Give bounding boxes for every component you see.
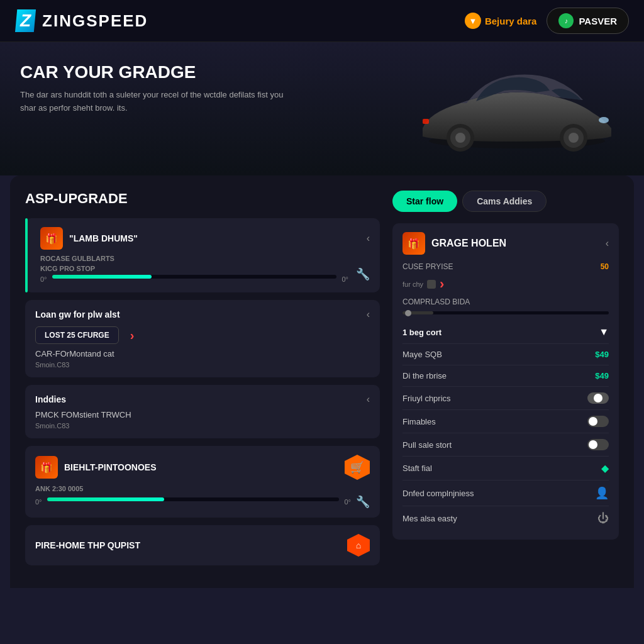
right-column: Star flow Cams Addies 🎁 GRAGE HOLEN ‹ CU…	[392, 191, 619, 573]
list-item-1-value: $49	[595, 371, 609, 380]
toggle-4[interactable]	[587, 439, 609, 450]
card3-title: Inddies	[35, 394, 66, 404]
list-item-7: Mes alsa easty ⏻	[402, 506, 609, 531]
tab-star-flow[interactable]: Star flow	[392, 191, 457, 212]
main-panel: ASP-UPGRADE 🎁 "LAMB DHUMS" ‹ ROCASE GULB…	[10, 175, 634, 588]
list-item-1-label: Di the rbrise	[402, 371, 447, 380]
card4-title-row: 🎁 BIEHLT-PINTOONOES	[35, 456, 157, 479]
card2-title: Loan gw for plw alst	[35, 309, 120, 319]
list-item-3-label: Fimables	[402, 417, 436, 426]
card5-home-icon: ⌂	[347, 534, 370, 557]
hero-text: CAR YOUR GRADGE The dar ars hunddit toth…	[20, 62, 284, 115]
list-item-7-label: Mes alsa easty	[402, 514, 457, 523]
list-item-4-label: Pull sale stort	[402, 440, 452, 450]
card2-header: Loan gw for plw alst ‹	[35, 309, 370, 320]
card1-stat1-label: ROCASE GULBLARTS	[40, 255, 370, 262]
list-item-0-value: $49	[595, 350, 609, 359]
toggle-6-container[interactable]: 👤	[595, 486, 609, 500]
card2-action-row: LOST 25 CFURGE ›	[35, 326, 370, 344]
nav-btn-pasver[interactable]: ♪ PASVER	[547, 8, 629, 34]
list-item-0: Maye SQB $49	[402, 344, 609, 365]
tab-cams-addies[interactable]: Cams Addies	[462, 191, 547, 212]
card3-sub: PMCK FOMstient TRWCH Smoin.C83	[35, 410, 370, 430]
teal-accent-bar	[25, 218, 28, 292]
card2-sub: CAR-FOrMontand cat Smoin.C83	[35, 349, 370, 369]
nav-btn-download[interactable]: ▼ Bejury dara	[465, 13, 537, 29]
card1-chevron[interactable]: ‹	[367, 233, 370, 244]
list-header-row: 1 beg cort ▼	[402, 321, 609, 344]
toggle-2[interactable]	[587, 392, 609, 404]
list-item-4: Pull sale stort	[402, 433, 609, 457]
logo-z-icon: Z	[15, 9, 36, 32]
upgrade-card-5: PIRE-HOME THP QUPIST ⌂	[25, 525, 380, 565]
svg-rect-8	[423, 119, 429, 124]
stat-label-1: CUSE PRYISE	[402, 262, 453, 271]
right-card-chevron[interactable]: ‹	[606, 238, 609, 249]
card2-sub-value: Smoin.C83	[35, 361, 370, 369]
list-item-2-label: Friuyl chprics	[402, 394, 451, 403]
tab-row: Star flow Cams Addies	[392, 191, 619, 212]
stat-label-2: COMPRLASD BIDA	[402, 297, 470, 306]
card2-chevron[interactable]: ‹	[367, 309, 370, 320]
list-item-5-label: Staft fial	[402, 464, 432, 473]
hero-title: CAR YOUR GRADGE	[20, 62, 284, 82]
panel-title: ASP-UPGRADE	[25, 191, 380, 207]
card2-action-btn[interactable]: LOST 25 CFURGE	[35, 326, 119, 344]
toggle-5-container[interactable]: ◆	[601, 462, 609, 474]
card1-title-row: 🎁 "LAMB DHUMS"	[40, 227, 138, 250]
hero-section: CAR YOUR GRADGE The dar ars hunddit toth…	[0, 42, 644, 175]
card4-basket-icon: 🛒	[345, 455, 370, 480]
stat-row-2: COMPRLASD BIDA	[402, 297, 609, 306]
header-right: ▼ Bejury dara ♪ PASVER	[465, 8, 629, 34]
card3-sub-value: Smoin.C83	[35, 422, 370, 430]
upgrade-card-4: 🎁 BIEHLT-PINTOONOES 🛒 AnK 2:30 0005 0° 0…	[25, 446, 380, 518]
card1-name: "LAMB DHUMS"	[69, 233, 138, 243]
card4-header: 🎁 BIEHLT-PINTOONOES 🛒	[35, 455, 370, 480]
toggle-7-container[interactable]: ⏻	[597, 512, 609, 525]
card1-item-icon: 🎁	[40, 227, 63, 250]
card3-sub-label: PMCK FOMstient TRWCH	[35, 410, 370, 419]
card1-wrench-icon: 🔧	[356, 267, 370, 281]
right-card-title: GRAGE HOLEN	[431, 238, 506, 249]
upgrade-card-2: Loan gw for plw alst ‹ LOST 25 CFURGE › …	[25, 300, 380, 377]
right-card-icon: 🎁	[402, 232, 425, 255]
card4-progress	[47, 497, 164, 501]
list-item-6-label: Dnfed complnjniess	[402, 489, 474, 498]
list-items-container: Maye SQB $49 Di the rbrise $49 Friuyl ch…	[402, 344, 609, 531]
list-sort-icon[interactable]: ▼	[599, 326, 609, 338]
logo-area: Z ZINGSPEED	[15, 9, 148, 32]
card1-stat2-label: KICG PRO STOP	[40, 265, 348, 272]
list-item-5: Staft fial ◆	[402, 457, 609, 480]
card4-item-icon: 🎁	[35, 456, 58, 479]
card2-sub-label: CAR-FOrMontand cat	[35, 349, 370, 358]
toggle-2-container[interactable]	[587, 392, 609, 404]
card5-title: PIRE-HOME THP QUPIST	[35, 540, 140, 550]
stat-row-1: CUSE PRYISE 50	[402, 262, 609, 271]
card4-stat-label: AnK 2:30 0005	[35, 485, 370, 492]
logo-text: ZINGSPEED	[42, 11, 148, 31]
card3-chevron[interactable]: ‹	[367, 394, 370, 405]
user-icon: 👤	[595, 486, 609, 500]
right-card-header: 🎁 GRAGE HOLEN ‹	[402, 232, 609, 255]
toggle-3[interactable]	[587, 416, 609, 427]
toggle-3-container[interactable]	[587, 416, 609, 427]
svg-point-3	[455, 133, 465, 143]
left-column: ASP-UPGRADE 🎁 "LAMB DHUMS" ‹ ROCASE GULB…	[25, 191, 380, 573]
list-item-1: Di the rbrise $49	[402, 365, 609, 387]
list-item-0-label: Maye SQB	[402, 350, 442, 359]
hero-description: The dar ars hunddit toth a suleter your …	[20, 89, 284, 115]
comprlasd-progress	[402, 311, 609, 314]
card3-header: Inddies ‹	[35, 394, 370, 405]
svg-point-6	[569, 133, 579, 143]
right-arrow-red-icon: ›	[440, 276, 444, 292]
spotify-icon: ♪	[558, 13, 574, 28]
list-header-label: 1 beg cort	[402, 328, 441, 337]
toggle-4-container[interactable]	[587, 439, 609, 450]
power-icon: ⏻	[597, 512, 609, 525]
list-item-6: Dnfed complnjniess 👤	[402, 480, 609, 506]
download-icon: ▼	[465, 13, 481, 29]
stat-value-1: 50	[601, 262, 609, 271]
list-item-2: Friuyl chprics	[402, 387, 609, 410]
card2-arrow-icon: ›	[130, 328, 135, 343]
card1-header: 🎁 "LAMB DHUMS" ‹	[40, 227, 370, 250]
